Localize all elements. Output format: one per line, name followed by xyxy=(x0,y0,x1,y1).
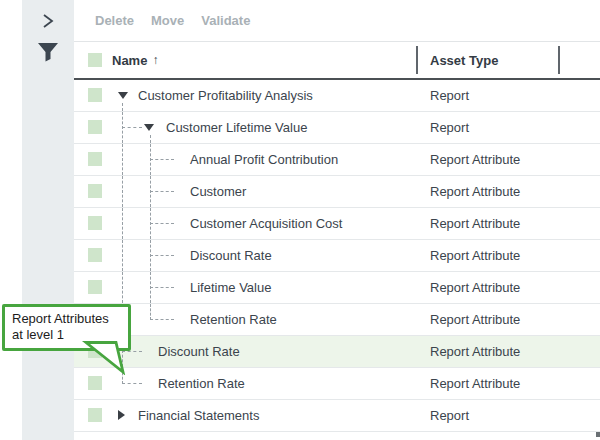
row-checkbox[interactable] xyxy=(88,376,102,390)
table-row[interactable]: Customer Profitability AnalysisReport xyxy=(74,80,600,112)
row-checkbox[interactable] xyxy=(88,152,102,166)
tree-connector-line xyxy=(150,287,174,288)
move-button[interactable]: Move xyxy=(151,13,184,28)
table-row[interactable]: Financial StatementsReport xyxy=(74,400,600,432)
annotation-text-line1: Report Attributes xyxy=(12,311,124,327)
row-checkbox[interactable] xyxy=(88,120,102,134)
table-row[interactable]: Customer Lifetime ValueReport xyxy=(74,112,600,144)
asset-type: Report Attribute xyxy=(430,304,520,335)
table-row[interactable]: Annual Profit ContributionReport Attribu… xyxy=(74,144,600,176)
asset-name: Customer xyxy=(190,176,246,207)
row-checkbox[interactable] xyxy=(88,408,102,422)
table-row[interactable]: Discount RateReport Attribute xyxy=(74,240,600,272)
row-checkbox[interactable] xyxy=(88,216,102,230)
row-checkbox[interactable] xyxy=(88,248,102,262)
table-body: Customer Profitability AnalysisReportCus… xyxy=(74,80,600,432)
asset-name: Financial Statements xyxy=(138,400,259,431)
asset-name: Retention Rate xyxy=(190,304,277,335)
tree-connector-line xyxy=(150,319,174,320)
filter-funnel-icon xyxy=(37,42,59,62)
asset-type: Report xyxy=(430,400,469,431)
table-row[interactable]: CustomerReport Attribute xyxy=(74,176,600,208)
tree-guide-line xyxy=(122,240,123,271)
collapse-expander-icon[interactable] xyxy=(118,92,128,99)
asset-table: Name ↑ Asset Type Customer Profitability… xyxy=(74,41,600,432)
asset-type: Report Attribute xyxy=(430,368,520,399)
tree-connector-line xyxy=(150,255,174,256)
tree-connector-line xyxy=(122,127,142,128)
asset-name: Discount Rate xyxy=(190,240,272,271)
toolbar: Delete Move Validate xyxy=(74,0,600,41)
asset-name: Customer Acquisition Cost xyxy=(190,208,342,239)
asset-type: Report xyxy=(430,112,469,143)
left-rail xyxy=(22,0,74,440)
table-header: Name ↑ Asset Type xyxy=(74,41,600,80)
tree-guide-line xyxy=(150,135,151,143)
table-row[interactable]: Lifetime ValueReport Attribute xyxy=(74,272,600,304)
annotation-callout-tail xyxy=(78,341,130,375)
column-label-name: Name xyxy=(112,53,147,68)
asset-type: Report Attribute xyxy=(430,336,520,367)
validate-button[interactable]: Validate xyxy=(201,13,250,28)
column-header-name[interactable]: Name ↑ xyxy=(112,42,158,78)
asset-type: Report Attribute xyxy=(430,240,520,271)
tree-guide-line xyxy=(122,144,123,175)
table-row[interactable]: Customer Acquisition CostReport Attribut… xyxy=(74,208,600,240)
asset-name: Lifetime Value xyxy=(190,272,271,303)
tree-connector-line xyxy=(150,223,174,224)
asset-type: Report Attribute xyxy=(430,208,520,239)
asset-type: Report xyxy=(430,80,469,111)
tree-guide-line xyxy=(122,103,123,111)
column-header-asset-type[interactable]: Asset Type xyxy=(430,42,498,78)
asset-name: Annual Profit Contribution xyxy=(190,144,338,175)
delete-button[interactable]: Delete xyxy=(95,13,134,28)
select-all-checkbox[interactable] xyxy=(88,53,102,67)
asset-type: Report Attribute xyxy=(430,176,520,207)
chevron-right-icon xyxy=(41,13,55,29)
column-label-asset-type: Asset Type xyxy=(430,53,498,68)
tree-guide-line xyxy=(122,272,123,303)
table-row[interactable]: Discount RateReport Attribute xyxy=(74,336,600,368)
tree-guide-line xyxy=(122,176,123,207)
row-checkbox[interactable] xyxy=(88,88,102,102)
asset-name: Customer Lifetime Value xyxy=(166,112,307,143)
tree-connector-line xyxy=(122,383,142,384)
tree-connector-line xyxy=(150,191,174,192)
asset-name: Discount Rate xyxy=(158,336,240,367)
expand-panel-button[interactable] xyxy=(22,8,74,34)
row-checkbox[interactable] xyxy=(88,184,102,198)
tree-guide-line xyxy=(122,208,123,239)
sort-ascending-icon: ↑ xyxy=(152,53,158,67)
tree-guide-line xyxy=(150,304,151,320)
asset-name: Customer Profitability Analysis xyxy=(138,80,313,111)
collapse-expander-icon[interactable] xyxy=(144,124,154,131)
filter-button[interactable] xyxy=(22,38,74,66)
asset-type: Report Attribute xyxy=(430,272,520,303)
table-row[interactable]: Retention RateReport Attribute xyxy=(74,304,600,336)
asset-name: Retention Rate xyxy=(158,368,245,399)
column-divider[interactable] xyxy=(558,46,560,74)
table-row[interactable]: Retention RateReport Attribute xyxy=(74,368,600,400)
asset-type: Report Attribute xyxy=(430,144,520,175)
row-checkbox[interactable] xyxy=(88,280,102,294)
column-divider[interactable] xyxy=(416,46,418,74)
tree-connector-line xyxy=(150,159,174,160)
expand-expander-icon[interactable] xyxy=(118,410,125,420)
